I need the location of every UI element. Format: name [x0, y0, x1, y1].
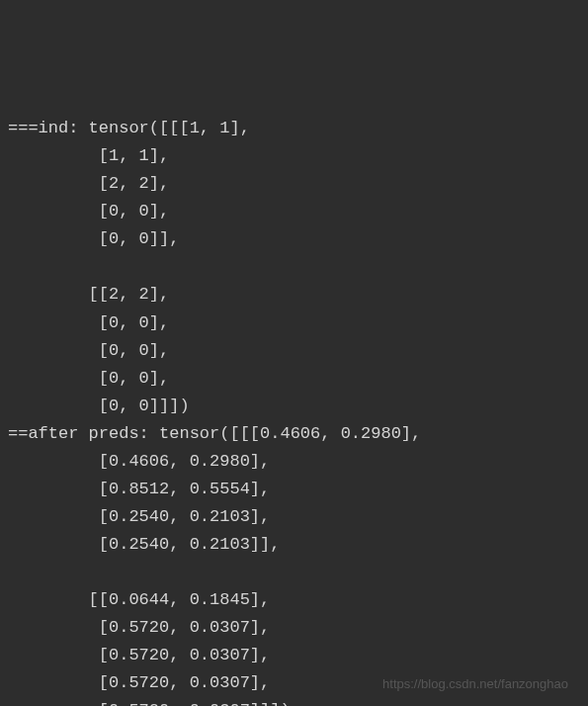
output-line: [0, 0],	[8, 341, 169, 360]
output-line: [0.5720, 0.0307]]])	[8, 701, 291, 706]
output-line: ===ind: tensor([[[1, 1],	[8, 119, 250, 137]
output-line: [[2, 2],	[8, 285, 169, 304]
output-line: [0.8512, 0.5554],	[8, 480, 270, 498]
watermark-text: https://blog.csdn.net/fanzonghao	[382, 673, 568, 694]
output-line: [0, 0]]])	[8, 397, 190, 415]
console-output: ===ind: tensor([[[1, 1], [1, 1], [2, 2],…	[8, 115, 580, 706]
output-line: [2, 2],	[8, 174, 169, 193]
output-line: [0, 0],	[8, 313, 169, 332]
output-line: [0, 0],	[8, 202, 169, 221]
output-line: [0.5720, 0.0307],	[8, 618, 270, 637]
output-line: [0, 0],	[8, 369, 169, 388]
output-line: [0, 0]],	[8, 229, 179, 248]
output-line: [0.5720, 0.0307],	[8, 646, 270, 664]
output-line: [0.4606, 0.2980],	[8, 452, 270, 471]
output-line: [1, 1],	[8, 146, 169, 165]
output-line: [0.2540, 0.2103]],	[8, 535, 280, 554]
output-line: [0.5720, 0.0307],	[8, 673, 270, 692]
output-line: [[0.0644, 0.1845],	[8, 590, 270, 609]
output-line: [0.2540, 0.2103],	[8, 507, 270, 526]
output-line: ==after preds: tensor([[[0.4606, 0.2980]…	[8, 424, 421, 443]
